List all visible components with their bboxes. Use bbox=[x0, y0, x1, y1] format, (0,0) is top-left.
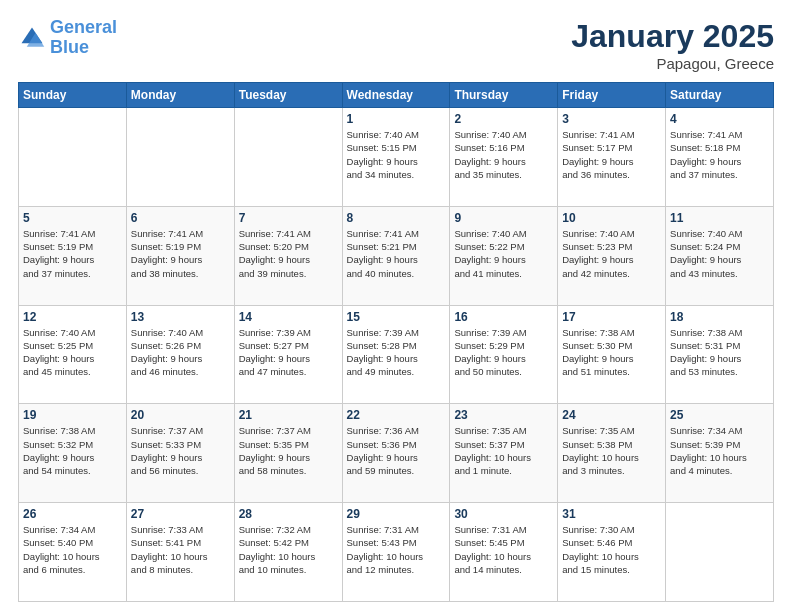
calendar-cell: 19Sunrise: 7:38 AM Sunset: 5:32 PM Dayli… bbox=[19, 404, 127, 503]
day-info: Sunrise: 7:41 AM Sunset: 5:19 PM Dayligh… bbox=[23, 227, 122, 280]
calendar-cell: 10Sunrise: 7:40 AM Sunset: 5:23 PM Dayli… bbox=[558, 206, 666, 305]
day-info: Sunrise: 7:39 AM Sunset: 5:27 PM Dayligh… bbox=[239, 326, 338, 379]
calendar-cell: 9Sunrise: 7:40 AM Sunset: 5:22 PM Daylig… bbox=[450, 206, 558, 305]
day-number: 21 bbox=[239, 408, 338, 422]
day-header-tuesday: Tuesday bbox=[234, 83, 342, 108]
day-info: Sunrise: 7:41 AM Sunset: 5:17 PM Dayligh… bbox=[562, 128, 661, 181]
day-header-monday: Monday bbox=[126, 83, 234, 108]
day-number: 30 bbox=[454, 507, 553, 521]
day-number: 4 bbox=[670, 112, 769, 126]
calendar-cell: 17Sunrise: 7:38 AM Sunset: 5:30 PM Dayli… bbox=[558, 305, 666, 404]
day-header-sunday: Sunday bbox=[19, 83, 127, 108]
day-number: 27 bbox=[131, 507, 230, 521]
day-number: 8 bbox=[347, 211, 446, 225]
day-header-friday: Friday bbox=[558, 83, 666, 108]
calendar-week-row: 1Sunrise: 7:40 AM Sunset: 5:15 PM Daylig… bbox=[19, 108, 774, 207]
day-header-saturday: Saturday bbox=[666, 83, 774, 108]
day-info: Sunrise: 7:40 AM Sunset: 5:22 PM Dayligh… bbox=[454, 227, 553, 280]
day-number: 20 bbox=[131, 408, 230, 422]
calendar-cell: 12Sunrise: 7:40 AM Sunset: 5:25 PM Dayli… bbox=[19, 305, 127, 404]
calendar-cell bbox=[234, 108, 342, 207]
calendar-cell: 16Sunrise: 7:39 AM Sunset: 5:29 PM Dayli… bbox=[450, 305, 558, 404]
day-number: 28 bbox=[239, 507, 338, 521]
calendar-cell: 22Sunrise: 7:36 AM Sunset: 5:36 PM Dayli… bbox=[342, 404, 450, 503]
day-number: 17 bbox=[562, 310, 661, 324]
day-info: Sunrise: 7:40 AM Sunset: 5:24 PM Dayligh… bbox=[670, 227, 769, 280]
day-number: 19 bbox=[23, 408, 122, 422]
calendar-week-row: 26Sunrise: 7:34 AM Sunset: 5:40 PM Dayli… bbox=[19, 503, 774, 602]
calendar-cell: 27Sunrise: 7:33 AM Sunset: 5:41 PM Dayli… bbox=[126, 503, 234, 602]
calendar-cell: 20Sunrise: 7:37 AM Sunset: 5:33 PM Dayli… bbox=[126, 404, 234, 503]
day-info: Sunrise: 7:39 AM Sunset: 5:29 PM Dayligh… bbox=[454, 326, 553, 379]
calendar-cell: 24Sunrise: 7:35 AM Sunset: 5:38 PM Dayli… bbox=[558, 404, 666, 503]
day-number: 7 bbox=[239, 211, 338, 225]
calendar-cell: 15Sunrise: 7:39 AM Sunset: 5:28 PM Dayli… bbox=[342, 305, 450, 404]
calendar-week-row: 12Sunrise: 7:40 AM Sunset: 5:25 PM Dayli… bbox=[19, 305, 774, 404]
day-info: Sunrise: 7:41 AM Sunset: 5:19 PM Dayligh… bbox=[131, 227, 230, 280]
page: General Blue January 2025 Papagou, Greec… bbox=[0, 0, 792, 612]
day-info: Sunrise: 7:31 AM Sunset: 5:43 PM Dayligh… bbox=[347, 523, 446, 576]
day-number: 31 bbox=[562, 507, 661, 521]
calendar-cell: 31Sunrise: 7:30 AM Sunset: 5:46 PM Dayli… bbox=[558, 503, 666, 602]
calendar-cell bbox=[666, 503, 774, 602]
calendar-cell: 28Sunrise: 7:32 AM Sunset: 5:42 PM Dayli… bbox=[234, 503, 342, 602]
day-info: Sunrise: 7:34 AM Sunset: 5:40 PM Dayligh… bbox=[23, 523, 122, 576]
day-info: Sunrise: 7:38 AM Sunset: 5:31 PM Dayligh… bbox=[670, 326, 769, 379]
logo: General Blue bbox=[18, 18, 117, 58]
day-info: Sunrise: 7:40 AM Sunset: 5:26 PM Dayligh… bbox=[131, 326, 230, 379]
day-number: 11 bbox=[670, 211, 769, 225]
calendar-cell bbox=[19, 108, 127, 207]
day-info: Sunrise: 7:32 AM Sunset: 5:42 PM Dayligh… bbox=[239, 523, 338, 576]
calendar-cell: 14Sunrise: 7:39 AM Sunset: 5:27 PM Dayli… bbox=[234, 305, 342, 404]
logo-line2: Blue bbox=[50, 37, 89, 57]
day-info: Sunrise: 7:41 AM Sunset: 5:20 PM Dayligh… bbox=[239, 227, 338, 280]
day-number: 23 bbox=[454, 408, 553, 422]
calendar-cell: 8Sunrise: 7:41 AM Sunset: 5:21 PM Daylig… bbox=[342, 206, 450, 305]
logo-line1: General bbox=[50, 17, 117, 37]
day-number: 9 bbox=[454, 211, 553, 225]
day-info: Sunrise: 7:40 AM Sunset: 5:16 PM Dayligh… bbox=[454, 128, 553, 181]
day-info: Sunrise: 7:38 AM Sunset: 5:32 PM Dayligh… bbox=[23, 424, 122, 477]
calendar-cell: 25Sunrise: 7:34 AM Sunset: 5:39 PM Dayli… bbox=[666, 404, 774, 503]
day-number: 3 bbox=[562, 112, 661, 126]
day-info: Sunrise: 7:39 AM Sunset: 5:28 PM Dayligh… bbox=[347, 326, 446, 379]
calendar-cell: 29Sunrise: 7:31 AM Sunset: 5:43 PM Dayli… bbox=[342, 503, 450, 602]
calendar-cell: 5Sunrise: 7:41 AM Sunset: 5:19 PM Daylig… bbox=[19, 206, 127, 305]
calendar-cell: 4Sunrise: 7:41 AM Sunset: 5:18 PM Daylig… bbox=[666, 108, 774, 207]
calendar-week-row: 19Sunrise: 7:38 AM Sunset: 5:32 PM Dayli… bbox=[19, 404, 774, 503]
location: Papagou, Greece bbox=[571, 55, 774, 72]
calendar-cell: 6Sunrise: 7:41 AM Sunset: 5:19 PM Daylig… bbox=[126, 206, 234, 305]
calendar-table: SundayMondayTuesdayWednesdayThursdayFrid… bbox=[18, 82, 774, 602]
day-number: 29 bbox=[347, 507, 446, 521]
title-block: January 2025 Papagou, Greece bbox=[571, 18, 774, 72]
day-info: Sunrise: 7:41 AM Sunset: 5:21 PM Dayligh… bbox=[347, 227, 446, 280]
calendar-cell: 11Sunrise: 7:40 AM Sunset: 5:24 PM Dayli… bbox=[666, 206, 774, 305]
day-info: Sunrise: 7:37 AM Sunset: 5:35 PM Dayligh… bbox=[239, 424, 338, 477]
day-number: 22 bbox=[347, 408, 446, 422]
calendar-cell: 21Sunrise: 7:37 AM Sunset: 5:35 PM Dayli… bbox=[234, 404, 342, 503]
logo-icon bbox=[18, 24, 46, 52]
day-number: 10 bbox=[562, 211, 661, 225]
calendar-cell: 13Sunrise: 7:40 AM Sunset: 5:26 PM Dayli… bbox=[126, 305, 234, 404]
calendar-cell: 1Sunrise: 7:40 AM Sunset: 5:15 PM Daylig… bbox=[342, 108, 450, 207]
day-number: 14 bbox=[239, 310, 338, 324]
day-info: Sunrise: 7:33 AM Sunset: 5:41 PM Dayligh… bbox=[131, 523, 230, 576]
day-header-thursday: Thursday bbox=[450, 83, 558, 108]
day-info: Sunrise: 7:37 AM Sunset: 5:33 PM Dayligh… bbox=[131, 424, 230, 477]
calendar-cell: 7Sunrise: 7:41 AM Sunset: 5:20 PM Daylig… bbox=[234, 206, 342, 305]
day-number: 25 bbox=[670, 408, 769, 422]
day-number: 16 bbox=[454, 310, 553, 324]
header: General Blue January 2025 Papagou, Greec… bbox=[18, 18, 774, 72]
day-number: 12 bbox=[23, 310, 122, 324]
calendar-cell: 3Sunrise: 7:41 AM Sunset: 5:17 PM Daylig… bbox=[558, 108, 666, 207]
calendar-cell bbox=[126, 108, 234, 207]
calendar-week-row: 5Sunrise: 7:41 AM Sunset: 5:19 PM Daylig… bbox=[19, 206, 774, 305]
calendar-cell: 23Sunrise: 7:35 AM Sunset: 5:37 PM Dayli… bbox=[450, 404, 558, 503]
day-info: Sunrise: 7:40 AM Sunset: 5:15 PM Dayligh… bbox=[347, 128, 446, 181]
day-header-wednesday: Wednesday bbox=[342, 83, 450, 108]
day-info: Sunrise: 7:40 AM Sunset: 5:25 PM Dayligh… bbox=[23, 326, 122, 379]
day-info: Sunrise: 7:36 AM Sunset: 5:36 PM Dayligh… bbox=[347, 424, 446, 477]
day-number: 26 bbox=[23, 507, 122, 521]
logo-text: General Blue bbox=[50, 18, 117, 58]
day-number: 24 bbox=[562, 408, 661, 422]
